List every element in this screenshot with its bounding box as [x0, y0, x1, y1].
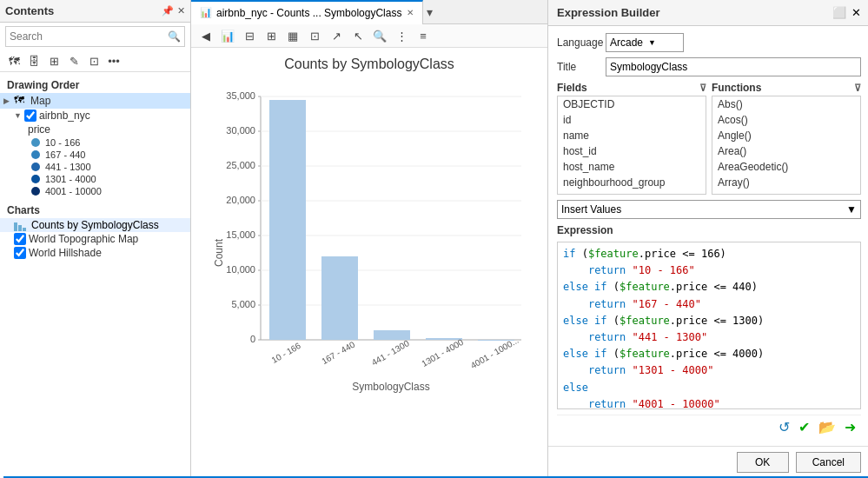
verify-icon[interactable]: ✔ [798, 419, 810, 435]
tab-scroll-icon[interactable]: ▾ [427, 5, 433, 19]
field-item-name[interactable]: name [558, 128, 706, 143]
field-item-objectid[interactable]: OBJECTID [558, 96, 706, 112]
topo-map-checkbox[interactable] [14, 233, 26, 245]
zoom-icon[interactable]: 🔍 [370, 26, 389, 45]
bar-2 [321, 256, 358, 340]
field-item-host-name[interactable]: host_name [558, 159, 706, 175]
fields-col: Fields ⊽ OBJECTID id name host_id host_n… [557, 82, 706, 195]
close-icon[interactable]: ✕ [177, 5, 185, 17]
svg-text:10 - 166: 10 - 166 [270, 341, 303, 365]
functions-label: Functions [712, 82, 761, 94]
chart-tab[interactable]: 📊 airbnb_nyc - Counts ... SymbologyClass… [191, 0, 423, 24]
legend-label-4: 1301 - 4000 [45, 174, 96, 184]
hillshade-item[interactable]: World Hillshade [0, 246, 190, 260]
cursor-icon[interactable]: ↖ [348, 26, 368, 45]
svg-text:Count: Count [213, 238, 225, 267]
panel-title: Contents [5, 4, 54, 17]
fn-area[interactable]: Area() [712, 143, 860, 159]
bar-1 [269, 100, 306, 340]
language-select[interactable]: Arcade ▼ [606, 33, 684, 52]
chart-title: Counts by SymbologyClass [284, 56, 454, 72]
title-input[interactable]: SymbologyClass [606, 57, 861, 76]
layer-checkbox[interactable] [24, 110, 36, 122]
more-icon[interactable]: ••• [105, 52, 123, 70]
close-expr-icon[interactable]: ✕ [851, 6, 861, 19]
field-item-id[interactable]: id [558, 112, 706, 128]
functions-filter-icon[interactable]: ⊽ [854, 83, 861, 94]
expand-arrow-layer: ▼ [14, 111, 24, 120]
insert-values-select[interactable]: Insert Values ▼ [557, 200, 861, 219]
more-chart-icon[interactable]: ⋮ [392, 26, 411, 45]
search-input[interactable] [6, 29, 164, 44]
hillshade-checkbox[interactable] [14, 247, 26, 259]
map-item[interactable]: ▶ 🗺 Map [0, 93, 190, 109]
database-icon[interactable]: 🗄 [25, 52, 43, 70]
svg-text:20,000: 20,000 [226, 195, 255, 205]
back-icon[interactable]: ◀ [196, 26, 215, 45]
panel-header-icons: 📌 ✕ [162, 5, 185, 17]
expression-section-label: Expression [557, 224, 861, 236]
undo-icon[interactable]: ↺ [779, 419, 790, 435]
expr-line-7: else if ($feature.price <= 4000) [563, 346, 855, 362]
legend-item-2: 167 - 440 [0, 149, 190, 161]
language-arrow-icon: ▼ [648, 38, 656, 47]
functions-col: Functions ⊽ Abs() Acos() Angle() Area() … [712, 82, 861, 195]
ok-button[interactable]: OK [737, 452, 789, 473]
tab-close-icon[interactable]: ✕ [407, 8, 414, 17]
chart-item[interactable]: Counts by SymbologyClass [0, 218, 190, 232]
bar-chart-toolbar-icon[interactable]: 📊 [218, 26, 237, 45]
chart-label: Counts by SymbologyClass [31, 219, 159, 231]
topo-map-label: World Topographic Map [29, 233, 138, 245]
fn-array[interactable]: Array() [712, 175, 860, 190]
fn-abs[interactable]: Abs() [712, 96, 860, 112]
filter-icon[interactable]: ⊟ [240, 26, 259, 45]
fn-acos[interactable]: Acos() [712, 112, 860, 128]
fields-header: Fields ⊽ [557, 82, 706, 94]
pencil-icon[interactable]: ✎ [65, 52, 83, 70]
contents-body: Drawing Order ▶ 🗺 Map ▼ airbnb_nyc price… [0, 72, 190, 478]
svg-text:167 - 440: 167 - 440 [320, 339, 356, 366]
run-icon[interactable]: ➜ [845, 419, 856, 435]
restore-icon[interactable]: ⬜ [832, 6, 846, 19]
field-item-neighbourhood[interactable]: neighbourhood_group [558, 175, 706, 190]
expression-builder-panel: Expression Builder ⬜ ✕ Language Arcade ▼… [548, 0, 868, 478]
field-item-host-id[interactable]: host_id [558, 143, 706, 159]
title-form-label: Title [557, 61, 599, 73]
search-icon[interactable]: 🔍 [164, 29, 184, 44]
selection-icon[interactable]: ⊡ [85, 52, 103, 70]
expr-header-icons: ⬜ ✕ [832, 6, 861, 19]
layer-item[interactable]: ▼ airbnb_nyc [0, 109, 190, 123]
functions-header: Functions ⊽ [712, 82, 861, 94]
fn-angle[interactable]: Angle() [712, 128, 860, 143]
table-icon[interactable]: ▦ [283, 26, 302, 45]
legend-dot-2 [31, 150, 40, 159]
svg-text:441 - 1300: 441 - 1300 [370, 338, 411, 368]
fields-label: Fields [557, 82, 587, 94]
expand-arrow: ▶ [3, 96, 14, 105]
svg-text:10,000: 10,000 [226, 264, 255, 275]
selection-icon2[interactable]: ⊞ [262, 26, 281, 45]
cancel-button[interactable]: Cancel [796, 452, 861, 473]
hillshade-label: World Hillshade [29, 247, 102, 259]
chart-settings-icon[interactable]: ⊡ [305, 26, 324, 45]
search-box: 🔍 [5, 26, 185, 47]
expr-header: Expression Builder ⬜ ✕ [548, 0, 868, 26]
overflow-icon[interactable]: ≡ [414, 26, 433, 45]
export-icon[interactable]: ↗ [327, 26, 346, 45]
layer-icon[interactable]: 🗺 [5, 52, 23, 70]
legend-dot-4 [31, 175, 40, 183]
expr-body: Language Arcade ▼ Title SymbologyClass F… [548, 26, 868, 446]
topo-map-item[interactable]: World Topographic Map [0, 232, 190, 246]
grid-icon[interactable]: ⊞ [45, 52, 63, 70]
expression-textarea[interactable]: if ($feature.price <= 166) return "10 - … [557, 242, 861, 409]
tab-bar: 📊 airbnb_nyc - Counts ... SymbologyClass… [191, 0, 547, 24]
fn-area-geodetic[interactable]: AreaGeodetic() [712, 159, 860, 175]
fields-filter-icon[interactable]: ⊽ [699, 83, 706, 94]
price-label: price [28, 123, 50, 136]
open-file-icon[interactable]: 📂 [818, 419, 836, 435]
insert-row: Insert Values ▼ [557, 200, 861, 219]
pin-icon[interactable]: 📌 [162, 5, 174, 17]
legend-dot-5 [31, 187, 40, 196]
title-value: SymbologyClass [610, 61, 687, 73]
legend-label-5: 4001 - 10000 [45, 186, 102, 196]
